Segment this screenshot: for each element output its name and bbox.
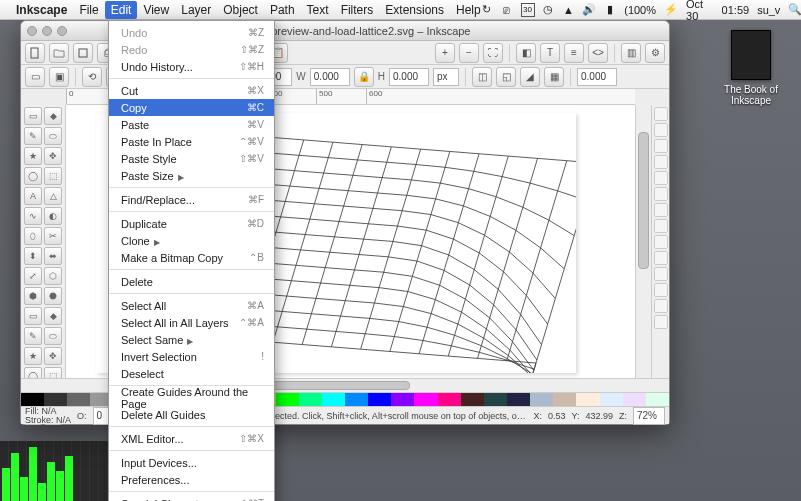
- menu-item-undo-history[interactable]: Undo History...⇧⌘H: [109, 58, 274, 75]
- affect-stroke-toggle[interactable]: ◫: [472, 67, 492, 87]
- save-button[interactable]: [73, 43, 93, 63]
- xml-dialog-button[interactable]: <>: [588, 43, 608, 63]
- tool-button[interactable]: ⬭: [44, 127, 62, 145]
- align-dialog-button[interactable]: ▥: [621, 43, 641, 63]
- color-swatch[interactable]: [368, 393, 391, 406]
- snap-toggle[interactable]: [654, 171, 668, 185]
- menu-filters[interactable]: Filters: [341, 3, 374, 17]
- tool-button[interactable]: ◐: [44, 207, 62, 225]
- tool-button[interactable]: ★: [24, 347, 42, 365]
- tool-button[interactable]: ⬚: [44, 167, 62, 185]
- tool-button[interactable]: ✂: [44, 227, 62, 245]
- spotlight-icon[interactable]: 🔍: [788, 3, 801, 17]
- minimize-button[interactable]: [42, 26, 52, 36]
- tool-button[interactable]: ◆: [44, 307, 62, 325]
- menu-file[interactable]: File: [79, 3, 98, 17]
- menu-item-create-guides-around-the-page[interactable]: Create Guides Around the Page: [109, 389, 274, 406]
- menu-view[interactable]: View: [143, 3, 169, 17]
- menu-item-select-all-in-all-layers[interactable]: Select All in All Layers⌃⌘A: [109, 314, 274, 331]
- snap-toggle[interactable]: [654, 203, 668, 217]
- color-swatch[interactable]: [276, 393, 299, 406]
- desktop-book-icon[interactable]: The Book of Inkscape: [721, 30, 781, 106]
- menu-item-deselect[interactable]: Deselect: [109, 365, 274, 382]
- select-all-toggle[interactable]: ▭: [25, 67, 45, 87]
- time-icon[interactable]: ◷: [543, 3, 555, 17]
- menu-item-paste-size[interactable]: Paste Size: [109, 167, 274, 184]
- scroll-thumb[interactable]: [638, 132, 649, 269]
- menu-item-special-characters[interactable]: Special Characters...⌃⌘T: [109, 495, 274, 501]
- battery-icon[interactable]: ▮: [604, 3, 616, 17]
- menu-item-select-same[interactable]: Select Same: [109, 331, 274, 348]
- fill-dialog-button[interactable]: ◧: [516, 43, 536, 63]
- menu-item-duplicate[interactable]: Duplicate⌘D: [109, 215, 274, 232]
- new-doc-button[interactable]: [25, 43, 45, 63]
- menu-extensions[interactable]: Extensions: [385, 3, 444, 17]
- open-button[interactable]: [49, 43, 69, 63]
- menu-item-make-a-bitmap-copy[interactable]: Make a Bitmap Copy⌃B: [109, 249, 274, 266]
- cpu-meter[interactable]: [0, 441, 120, 501]
- w-input[interactable]: 0.000: [310, 68, 350, 86]
- tool-button[interactable]: ◯: [24, 167, 42, 185]
- prefs-button[interactable]: ⚙: [645, 43, 665, 63]
- tool-button[interactable]: ⬌: [44, 247, 62, 265]
- tool-button[interactable]: ⬢: [24, 287, 42, 305]
- affect-corners-toggle[interactable]: ◱: [496, 67, 516, 87]
- zoom-button[interactable]: [57, 26, 67, 36]
- color-swatch[interactable]: [438, 393, 461, 406]
- menu-item-input-devices[interactable]: Input Devices...: [109, 454, 274, 471]
- zoom-fit-button[interactable]: ⛶: [483, 43, 503, 63]
- menu-layer[interactable]: Layer: [181, 3, 211, 17]
- menu-object[interactable]: Object: [223, 3, 258, 17]
- tool-button[interactable]: ⤢: [24, 267, 42, 285]
- color-swatch[interactable]: [600, 393, 623, 406]
- tool-button[interactable]: ✎: [24, 327, 42, 345]
- select-in-groups-toggle[interactable]: ▣: [49, 67, 69, 87]
- color-swatch[interactable]: [21, 393, 44, 406]
- snap-toggle[interactable]: [654, 299, 668, 313]
- fill-stroke-indicator[interactable]: Fill: N/A Stroke: N/A: [25, 407, 71, 425]
- tool-button[interactable]: ★: [24, 147, 42, 165]
- snap-toggle[interactable]: [654, 187, 668, 201]
- menu-path[interactable]: Path: [270, 3, 295, 17]
- snap-toggle[interactable]: [654, 251, 668, 265]
- color-swatch[interactable]: [44, 393, 67, 406]
- snap-toggle[interactable]: [654, 235, 668, 249]
- snap-toggle[interactable]: [654, 283, 668, 297]
- layers-dialog-button[interactable]: ≡: [564, 43, 584, 63]
- tool-button[interactable]: ✥: [44, 347, 62, 365]
- tool-button[interactable]: ▭: [24, 107, 42, 125]
- tool-button[interactable]: ⬯: [24, 227, 42, 245]
- snap-toggle[interactable]: [654, 123, 668, 137]
- box-icon[interactable]: 30: [521, 3, 535, 17]
- color-swatch[interactable]: [461, 393, 484, 406]
- tool-button[interactable]: ✎: [24, 127, 42, 145]
- menubar-user[interactable]: su_v: [757, 4, 780, 16]
- menu-item-preferences[interactable]: Preferences...: [109, 471, 274, 488]
- tool-button[interactable]: ✥: [44, 147, 62, 165]
- menubar-time[interactable]: 01:59: [722, 4, 750, 16]
- tool-button[interactable]: ⬭: [44, 327, 62, 345]
- menu-item-find-replace[interactable]: Find/Replace...⌘F: [109, 191, 274, 208]
- affect-gradient-toggle[interactable]: ◢: [520, 67, 540, 87]
- sync-icon[interactable]: ↻: [481, 3, 493, 17]
- menu-help[interactable]: Help: [456, 3, 481, 17]
- color-swatch[interactable]: [322, 393, 345, 406]
- menu-item-xml-editor[interactable]: XML Editor...⇧⌘X: [109, 430, 274, 447]
- affect-pattern-toggle[interactable]: ▦: [544, 67, 564, 87]
- tool-button[interactable]: ⬡: [44, 267, 62, 285]
- lock-ratio-toggle[interactable]: 🔒: [354, 67, 374, 87]
- color-swatch[interactable]: [553, 393, 576, 406]
- menu-item-paste-in-place[interactable]: Paste In Place⌃⌘V: [109, 133, 274, 150]
- menu-text[interactable]: Text: [307, 3, 329, 17]
- tool-button[interactable]: △: [44, 187, 62, 205]
- color-swatch[interactable]: [345, 393, 368, 406]
- menu-item-paste[interactable]: Paste⌘V: [109, 116, 274, 133]
- menu-item-paste-style[interactable]: Paste Style⇧⌘V: [109, 150, 274, 167]
- menu-item-delete[interactable]: Delete: [109, 273, 274, 290]
- color-swatch[interactable]: [67, 393, 90, 406]
- zoom-out-button[interactable]: −: [459, 43, 479, 63]
- vertical-scrollbar[interactable]: [635, 105, 651, 378]
- menu-item-select-all[interactable]: Select All⌘A: [109, 297, 274, 314]
- display-icon[interactable]: ⎚: [501, 3, 513, 17]
- zoom-in-button[interactable]: +: [435, 43, 455, 63]
